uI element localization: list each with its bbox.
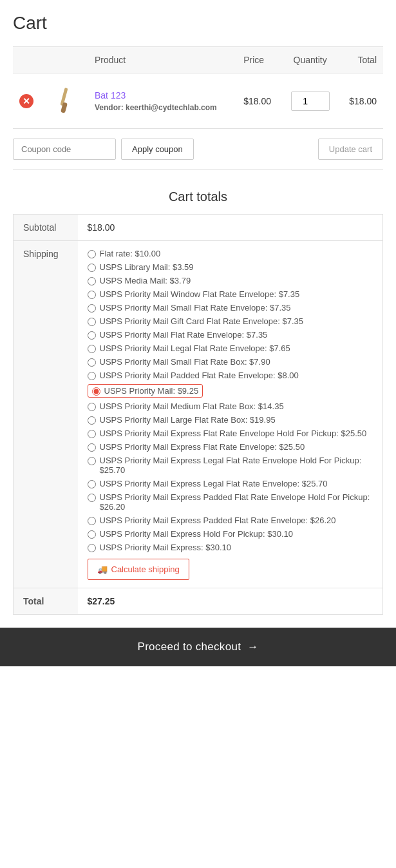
shipping-option-label: USPS Priority Mail: $9.25 bbox=[104, 386, 199, 396]
shipping-option-label: Flat rate: $10.00 bbox=[100, 249, 161, 258]
col-header-quantity: Quantity bbox=[282, 47, 339, 73]
shipping-option-radio[interactable] bbox=[88, 457, 96, 465]
shipping-options-cell: Flat rate: $10.00USPS Library Mail: $3.5… bbox=[78, 241, 383, 588]
shipping-option: USPS Priority Mail Small Flat Rate Box: … bbox=[88, 357, 373, 367]
total-label: Total bbox=[14, 588, 78, 615]
shipping-option: USPS Priority Mail Express Hold For Pick… bbox=[88, 529, 373, 539]
shipping-option-label: USPS Priority Mail Padded Flat Rate Enve… bbox=[100, 371, 299, 380]
quantity-input[interactable] bbox=[291, 92, 330, 111]
calculate-shipping-label: Calculate shipping bbox=[111, 564, 180, 574]
shipping-label: Shipping bbox=[14, 241, 78, 588]
shipping-option-radio[interactable] bbox=[88, 443, 96, 452]
apply-coupon-button[interactable]: Apply coupon bbox=[121, 139, 194, 160]
shipping-option-radio[interactable] bbox=[88, 517, 96, 525]
shipping-option-label: USPS Priority Mail Express Padded Flat R… bbox=[100, 516, 336, 525]
page-title: Cart bbox=[13, 13, 383, 34]
col-header-total: Total bbox=[339, 47, 383, 73]
shipping-option: USPS Priority Mail Express Legal Flat Ra… bbox=[88, 479, 373, 488]
product-name-link[interactable]: Bat 123 bbox=[95, 90, 126, 101]
shipping-option-label: USPS Priority Mail Small Flat Rate Envel… bbox=[100, 303, 291, 313]
subtotal-value: $18.00 bbox=[78, 215, 383, 241]
shipping-option: USPS Priority Mail Gift Card Flat Rate E… bbox=[88, 316, 373, 326]
vendor-label: Vendor: bbox=[95, 103, 124, 112]
shipping-option: USPS Priority Mail Flat Rate Envelope: $… bbox=[88, 330, 373, 340]
checkout-label: Proceed to checkout bbox=[138, 641, 241, 653]
shipping-option-radio[interactable] bbox=[88, 250, 96, 258]
shipping-option-radio[interactable] bbox=[88, 318, 96, 326]
subtotal-label: Subtotal bbox=[14, 215, 78, 241]
checkout-arrow-icon: → bbox=[247, 641, 258, 653]
shipping-option-radio[interactable] bbox=[88, 372, 96, 380]
shipping-option-label: USPS Priority Mail Express Legal Flat Ra… bbox=[100, 479, 328, 488]
shipping-option-label: USPS Priority Mail Window Flat Rate Enve… bbox=[100, 289, 300, 299]
truck-icon: 🚚 bbox=[97, 564, 108, 574]
shipping-option-radio[interactable] bbox=[88, 358, 96, 367]
shipping-option-label: USPS Priority Mail Express Flat Rate Env… bbox=[100, 429, 367, 438]
update-cart-button[interactable]: Update cart bbox=[318, 139, 383, 160]
shipping-option: USPS Priority Mail Express Flat Rate Env… bbox=[88, 429, 373, 438]
shipping-row: Shipping Flat rate: $10.00USPS Library M… bbox=[14, 241, 383, 588]
shipping-option-label: USPS Priority Mail Express Hold For Pick… bbox=[100, 529, 294, 539]
shipping-option: USPS Priority Mail Large Flat Rate Box: … bbox=[88, 415, 373, 425]
total-row: Total $27.25 bbox=[14, 588, 383, 615]
shipping-option-label: USPS Priority Mail Express Flat Rate Env… bbox=[100, 442, 305, 452]
shipping-option-label: USPS Priority Mail Express: $30.10 bbox=[100, 543, 231, 552]
shipping-option-radio[interactable] bbox=[88, 430, 96, 438]
col-header-price: Price bbox=[237, 47, 281, 73]
shipping-option: USPS Priority Mail Legal Flat Rate Envel… bbox=[88, 343, 373, 353]
shipping-option: USPS Priority Mail Express: $30.10 bbox=[88, 543, 373, 552]
shipping-option: USPS Library Mail: $3.59 bbox=[88, 262, 373, 272]
product-vendor: Vendor: keerthi@cydtechlab.com bbox=[95, 103, 231, 112]
shipping-option: USPS Priority Mail Express Padded Flat R… bbox=[88, 492, 373, 512]
cart-totals-table: Subtotal $18.00 Shipping Flat rate: $10.… bbox=[13, 214, 383, 615]
shipping-option-radio[interactable] bbox=[92, 387, 100, 396]
shipping-option-radio[interactable] bbox=[88, 304, 96, 313]
shipping-option-radio[interactable] bbox=[88, 530, 96, 539]
vendor-email: keerthi@cydtechlab.com bbox=[126, 103, 217, 112]
col-header-product: Product bbox=[88, 47, 237, 73]
cart-table: Product Price Quantity Total ✕ bbox=[13, 46, 383, 129]
shipping-option-radio[interactable] bbox=[88, 331, 96, 340]
subtotal-row: Subtotal $18.00 bbox=[14, 215, 383, 241]
shipping-option-label: USPS Priority Mail Medium Flat Rate Box:… bbox=[100, 401, 284, 411]
shipping-option-label: USPS Priority Mail Flat Rate Envelope: $… bbox=[100, 330, 268, 340]
shipping-option-radio[interactable] bbox=[88, 345, 96, 353]
shipping-option: USPS Priority Mail Express Legal Flat Ra… bbox=[88, 456, 373, 475]
shipping-option-label: USPS Priority Mail Express Legal Flat Ra… bbox=[100, 456, 373, 475]
shipping-option-radio[interactable] bbox=[88, 416, 96, 425]
calculate-shipping-button[interactable]: 🚚 Calculate shipping bbox=[88, 559, 189, 580]
coupon-row: Apply coupon Update cart bbox=[13, 129, 383, 170]
shipping-option-radio[interactable] bbox=[88, 480, 96, 488]
coupon-input[interactable] bbox=[13, 139, 116, 160]
remove-item-button[interactable]: ✕ bbox=[19, 94, 33, 108]
shipping-option-radio[interactable] bbox=[88, 264, 96, 272]
shipping-option-label: USPS Priority Mail Express Padded Flat R… bbox=[100, 492, 373, 512]
shipping-option: USPS Priority Mail Express Flat Rate Env… bbox=[88, 442, 373, 452]
shipping-option-selected-wrapper: USPS Priority Mail: $9.25 bbox=[88, 384, 203, 398]
shipping-options-list: Flat rate: $10.00USPS Library Mail: $3.5… bbox=[88, 249, 373, 552]
checkout-button-wrapper: Proceed to checkout → bbox=[0, 628, 396, 666]
shipping-option: USPS Priority Mail Small Flat Rate Envel… bbox=[88, 303, 373, 313]
proceed-to-checkout-button[interactable]: Proceed to checkout → bbox=[0, 628, 396, 666]
total-value: $27.25 bbox=[78, 588, 383, 615]
shipping-option: USPS Priority Mail Padded Flat Rate Enve… bbox=[88, 371, 373, 380]
shipping-option-label: USPS Priority Mail Gift Card Flat Rate E… bbox=[100, 316, 303, 326]
shipping-option: USPS Priority Mail Express Padded Flat R… bbox=[88, 516, 373, 525]
shipping-option-radio[interactable] bbox=[88, 494, 96, 502]
shipping-option-label: USPS Library Mail: $3.59 bbox=[100, 262, 194, 272]
shipping-option: Flat rate: $10.00 bbox=[88, 249, 373, 258]
shipping-option-radio[interactable] bbox=[88, 544, 96, 552]
product-image bbox=[46, 83, 82, 119]
shipping-option-radio[interactable] bbox=[88, 291, 96, 299]
shipping-option: USPS Priority Mail Medium Flat Rate Box:… bbox=[88, 401, 373, 411]
shipping-option: USPS Priority Mail: $9.25 bbox=[88, 384, 373, 398]
table-row: ✕ Bat 123 Vendor: keerthi@cy bbox=[13, 73, 383, 129]
shipping-option-label: USPS Media Mail: $3.79 bbox=[100, 276, 191, 285]
cart-totals-section: Cart totals Subtotal $18.00 Shipping Fla… bbox=[13, 189, 383, 615]
product-price: $18.00 bbox=[243, 96, 271, 106]
shipping-option-label: USPS Priority Mail Large Flat Rate Box: … bbox=[100, 415, 276, 425]
shipping-option-radio[interactable] bbox=[88, 403, 96, 411]
product-total: $18.00 bbox=[349, 96, 377, 106]
shipping-option-label: USPS Priority Mail Small Flat Rate Box: … bbox=[100, 357, 270, 367]
shipping-option-radio[interactable] bbox=[88, 277, 96, 285]
